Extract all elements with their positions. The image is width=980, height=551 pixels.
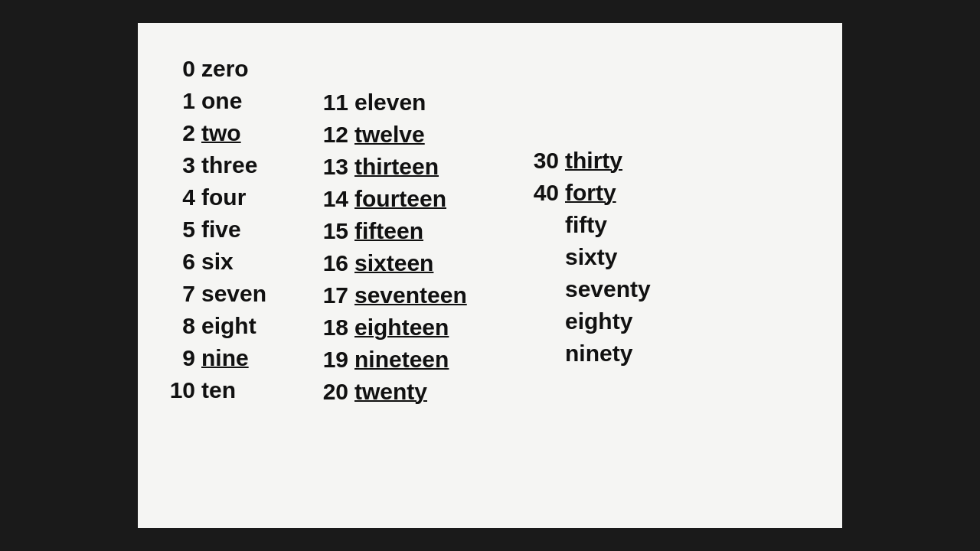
list-item: 18eighteen <box>322 312 521 343</box>
list-item: 19nineteen <box>322 344 521 375</box>
number: 7 <box>168 281 195 307</box>
list-item: 15fifteen <box>322 216 521 246</box>
list-item: 2two <box>168 118 322 148</box>
word: forty <box>565 180 616 206</box>
word: four <box>201 184 246 210</box>
tens-column: 30thirty40fortyfiftysixtyseventyeightyni… <box>521 46 674 505</box>
list-item: 40forty <box>521 178 674 208</box>
word: ten <box>201 377 236 403</box>
word: ninety <box>565 341 632 367</box>
word: seventeen <box>354 282 467 308</box>
number: 18 <box>322 315 348 341</box>
number: 14 <box>322 186 348 212</box>
number: 0 <box>168 56 195 82</box>
word: nine <box>201 345 249 371</box>
word: twenty <box>354 379 427 405</box>
number: 20 <box>322 379 348 405</box>
word: nineteen <box>354 347 449 373</box>
word: five <box>201 217 241 243</box>
number: 3 <box>168 152 195 178</box>
word: eleven <box>354 90 426 116</box>
word: one <box>201 88 242 114</box>
list-item: 16sixteen <box>322 248 521 279</box>
number: 19 <box>322 347 348 373</box>
list-item: 20twenty <box>322 377 521 407</box>
list-item: 10ten <box>168 375 322 406</box>
word: three <box>201 152 257 178</box>
number: 1 <box>168 88 195 114</box>
word: fifteen <box>354 218 423 244</box>
ones-column: 0zero1one2two3three4four5five6six7seven8… <box>168 46 322 505</box>
teens-column: 11eleven12twelve13thirteen14fourteen15fi… <box>322 46 521 505</box>
list-item: 30thirty <box>521 145 674 176</box>
word: seven <box>201 281 266 307</box>
word: twelve <box>354 122 425 148</box>
number: 13 <box>322 154 348 180</box>
number: 11 <box>322 90 348 116</box>
number: 40 <box>521 180 559 206</box>
list-item: seventy <box>521 274 674 305</box>
list-item: 4four <box>168 182 322 213</box>
list-item: sixty <box>521 242 674 272</box>
word: six <box>201 249 234 275</box>
word: eighty <box>565 308 632 334</box>
list-item: 12twelve <box>322 119 521 150</box>
list-item: 7seven <box>168 279 322 309</box>
number: 6 <box>168 249 195 275</box>
list-item: 17seventeen <box>322 280 521 311</box>
number: 2 <box>168 120 195 146</box>
word: two <box>201 120 241 146</box>
word: sixteen <box>354 250 433 276</box>
word: thirteen <box>354 154 439 180</box>
word: fifty <box>565 212 607 238</box>
list-item: 9nine <box>168 343 322 373</box>
number: 30 <box>521 148 559 174</box>
word: sixty <box>565 244 617 270</box>
list-item: eighty <box>521 306 674 337</box>
number: 12 <box>322 122 348 148</box>
word: thirty <box>565 148 622 174</box>
number: 17 <box>322 282 348 308</box>
content-area: 0zero1one2two3three4four5five6six7seven8… <box>168 46 812 505</box>
number: 8 <box>168 313 195 339</box>
word: seventy <box>565 276 651 302</box>
list-item: 13thirteen <box>322 152 521 182</box>
number: 9 <box>168 345 195 371</box>
number: 10 <box>168 377 195 403</box>
list-item: 11eleven <box>322 87 521 118</box>
list-item: 14fourteen <box>322 184 521 214</box>
list-item: 0zero <box>168 54 322 84</box>
list-item: 5five <box>168 214 322 245</box>
list-item: fifty <box>521 210 674 240</box>
list-item: 3three <box>168 150 322 181</box>
number: 4 <box>168 184 195 210</box>
word: fourteen <box>354 186 446 212</box>
number: 16 <box>322 250 348 276</box>
number: 15 <box>322 218 348 244</box>
list-item: 8eight <box>168 311 322 341</box>
list-item: 6six <box>168 246 322 277</box>
word: eighteen <box>354 315 449 341</box>
word: zero <box>201 56 249 82</box>
whiteboard: 0zero1one2two3three4four5five6six7seven8… <box>138 23 842 528</box>
list-item: ninety <box>521 338 674 369</box>
word: eight <box>201 313 256 339</box>
list-item: 1one <box>168 86 322 116</box>
number: 5 <box>168 217 195 243</box>
